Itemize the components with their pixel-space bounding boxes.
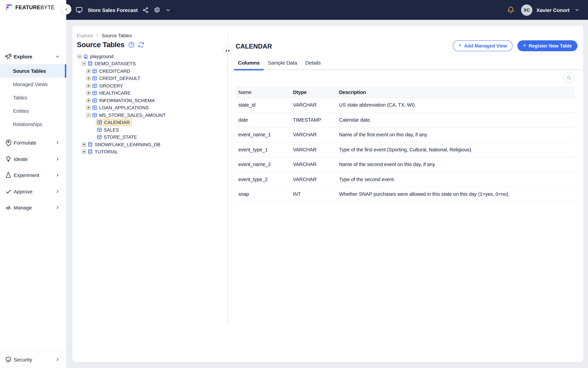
house-icon [83,54,89,59]
tree-node-information_schema[interactable]: +INFORMATION_SCHEMA [72,97,227,104]
tree-node-loan_applications[interactable]: +LOAN_APPLICATIONS [72,104,227,111]
tree-node-calendar[interactable]: CALENDAR [72,119,227,126]
table-row: event_type_2VARCHARType of the second ev… [236,172,575,187]
sidebar-item-entities[interactable]: Entities [0,104,66,118]
sidebar-item-ideate[interactable]: Ideate [0,151,66,167]
page-title: Source Tables [77,41,145,49]
sidebar-collapse-button[interactable] [61,4,71,14]
tab-details[interactable]: Details [301,58,325,67]
tree-node-tutorial[interactable]: +TUTORIAL [72,148,227,156]
settings-gear-icon[interactable] [154,7,161,13]
tree-node-m5_store_sales_amount[interactable]: −M5_STORE_SALES_AMOUNT [72,111,227,119]
table-icon [92,90,98,96]
table-body: state_idVARCHARUS state abbreviation (CA… [236,98,575,202]
collapse-toggle-icon[interactable]: − [87,113,91,117]
column-header-name: Name [236,90,290,95]
table-title: CALENDAR [236,43,272,50]
avatar[interactable]: XC [521,4,532,16]
app: Store Sales Forecast XC Xavier Conort [0,0,588,368]
table-row: dateTIMESTAMPCalendar date. [236,113,575,128]
sidebar-item-label: Formulate [14,140,36,146]
share-icon[interactable] [143,7,149,13]
notification-bell-icon[interactable] [507,6,515,14]
breadcrumb-explore[interactable]: Explore [77,33,93,38]
workspace-chevron-down-icon[interactable] [165,7,171,13]
breadcrumb-source-tables[interactable]: Source Tables [102,33,132,38]
sidebar-item-relationships[interactable]: Relationships [0,118,66,131]
table-icon [97,134,102,140]
cell-description: Calendar date. [336,117,575,123]
tree-node-creditcard[interactable]: +CREDITCARD [72,67,227,75]
tree-node-credit_default[interactable]: +CREDIT_DEFAULT [72,75,227,82]
collapse-toggle-icon[interactable]: − [78,54,82,58]
collapse-toggle-icon[interactable]: − [82,62,86,66]
user-name[interactable]: Xavier Conort [536,7,570,13]
cell-dtype: TIMESTAMP [290,117,336,123]
sidebar-item-security[interactable]: Security [0,350,66,368]
cell-name: state_id [236,102,290,108]
tree-node-demo_datasets[interactable]: −DEMO_DATASETS [72,60,227,67]
cell-dtype: VARCHAR [290,177,336,182]
sidebar: FEATUREBYTE Explore Source TablesManaged… [0,0,66,368]
cell-name: event_name_1 [236,132,290,138]
tree-node-label: INFORMATION_SCHEMA [99,98,155,103]
sidebar-item-label: Relationships [13,121,42,127]
sidebar-item-formulate[interactable]: Formulate [0,135,66,151]
tree-node-grocery[interactable]: +GROCERY [72,82,227,89]
add-managed-view-button[interactable]: +Add Managed View [453,40,513,51]
expand-toggle-icon[interactable]: + [87,84,91,88]
expand-toggle-icon[interactable]: + [87,106,91,110]
tree-node-label: HEALTHCARE [99,90,131,96]
sidebar-item-explore[interactable]: Explore [0,52,66,61]
main-area: Explore > Source Tables Source Tables −p… [66,20,588,368]
tree-node-label: M5_STORE_SALES_AMOUNT [99,112,166,118]
sidebar-item-managed-views[interactable]: Managed Views [0,78,66,91]
sidebar-item-label: Manage [14,205,32,211]
splitter-handle-icon[interactable] [223,46,232,55]
expand-toggle-icon[interactable]: + [87,98,91,102]
approve-icon [5,188,12,195]
sidebar-item-experiment[interactable]: Experiment [0,167,66,183]
expand-toggle-icon[interactable]: + [82,150,86,154]
tree-node-store_state[interactable]: STORE_STATE [72,133,227,141]
cell-name: snap [236,192,290,197]
expand-toggle-icon[interactable]: + [87,76,91,81]
tree-node-snowflake_learning_db[interactable]: +SNOWFLAKE_LEARNING_DB [72,141,227,148]
tree-node-label: SALES [104,127,119,133]
expand-toggle-icon[interactable]: + [82,142,86,147]
tree-node-playground[interactable]: −playground [72,53,227,60]
tree-node-sales[interactable]: SALES [72,126,227,133]
sidebar-item-source-tables[interactable]: Source Tables [0,64,66,78]
sidebar-item-approve[interactable]: Approve [0,183,66,200]
register-new-table-button[interactable]: +Register New Table [517,40,577,51]
cell-description: Type of the second event. [336,177,575,182]
cell-name: date [236,117,290,123]
tree-node-healthcare[interactable]: +HEALTHCARE [72,89,227,97]
user-menu-chevron-icon[interactable] [574,7,580,13]
tab-columns[interactable]: Columns [234,58,264,67]
cell-dtype: VARCHAR [290,132,336,138]
tree-node-label: DEMO_DATASETS [95,61,136,66]
featurebyte-logo[interactable]: FEATUREBYTE [5,3,55,12]
logo-mark-icon [5,3,13,12]
sidebar-sections: FormulateIdeateExperimentApproveManage [0,135,66,216]
experiment-icon [5,172,12,179]
tab-sample-data[interactable]: Sample Data [264,58,301,67]
manage-icon [5,204,12,211]
tree-node-label: STORE_STATE [104,134,137,140]
table-row: event_name_2VARCHARName of the second ev… [236,157,575,172]
expand-toggle-icon[interactable]: + [87,91,91,95]
tree-node-label: LOAN_APPLICATIONS [99,105,149,110]
stage: Store Sales Forecast XC Xavier Conort [0,0,588,368]
cell-dtype: VARCHAR [290,147,336,152]
sidebar-item-manage[interactable]: Manage [0,200,66,216]
tree-node-label: CREDITCARD [99,68,130,74]
chevron-right-icon [55,205,60,210]
help-circle-icon[interactable] [128,41,135,48]
refresh-icon[interactable] [138,41,145,48]
pane-splitter[interactable] [227,32,228,323]
expand-toggle-icon[interactable]: + [87,69,91,73]
search-button[interactable] [563,72,575,83]
sidebar-item-label: Source Tables [13,68,46,74]
sidebar-item-tables[interactable]: Tables [0,91,66,104]
